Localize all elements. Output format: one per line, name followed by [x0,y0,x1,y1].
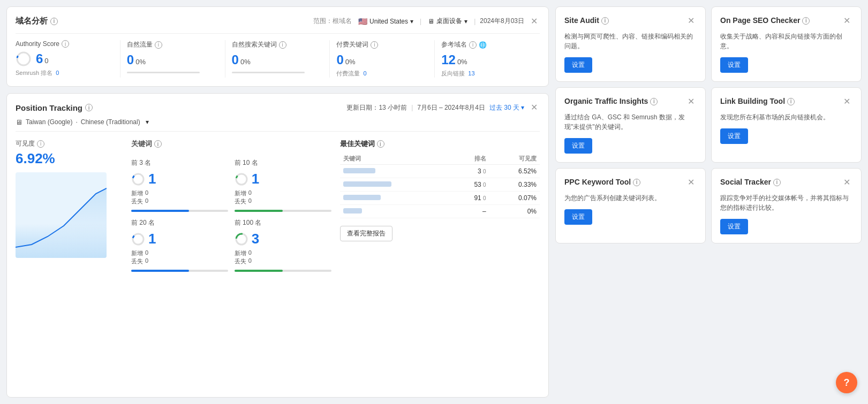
social-tracker-info-icon[interactable]: i [773,179,781,186]
link-building-title-row: Link Building Tool i ✕ [720,96,852,107]
right-panels: Site Audit i ✕ 检测与网页可爬性、内容、链接和编码相关的问题。 设… [555,6,862,398]
location-dropdown-btn[interactable]: ▾ [144,117,151,127]
separator: | [420,18,421,25]
range-label: 范围：根域名 [313,17,352,26]
visibility-label: 可见度 i [16,139,123,148]
monitor-icon: 🖥 [428,18,434,25]
organic-traffic-insights-setup-btn[interactable]: 设置 [564,138,592,154]
referring-domains-value: 120% [441,52,533,67]
svg-point-4 [236,174,247,185]
paid-keywords-label: 付费关键词 i [336,40,428,49]
best-keywords-info-icon[interactable]: i [377,140,384,148]
social-tracker-card: Social Tracker i ✕ 跟踪竞争对手的社交媒体帐号，并将其指标与您… [711,168,862,243]
organic-traffic-insights-info-icon[interactable]: i [650,98,658,105]
position-controls: 更新日期：13 小时前 | 7月6日 – 2024年8月4日 过去 30 天 ▾… [346,102,540,113]
paid-keywords-metric: 付费关键词 i 00% 付费流量 0 [330,40,435,78]
site-audit-title-text: Site Audit i [564,16,685,26]
table-row: 91 0 0.07% [340,192,540,205]
kw-group-top20: 前 20 名 1 新增0 丢失0 [131,218,228,272]
on-page-seo-setup-btn[interactable]: 设置 [720,57,748,73]
social-tracker-desc: 跟踪竞争对手的社交媒体帐号，并将其指标与您的指标进行比较。 [720,193,852,212]
position-tracking-info-icon[interactable]: i [85,104,93,111]
col-visibility-header: 可见度 [489,153,540,165]
visibility-value-cell: 6.52% [489,165,540,178]
organic-keywords-info-icon[interactable]: i [279,41,286,49]
ppc-keyword-info-icon[interactable]: i [633,179,640,186]
organic-traffic-info-icon[interactable]: i [155,41,162,49]
kw-top100-count: 3 [235,231,331,247]
position-tracking-title-text: Position Tracking [16,103,82,112]
link-building-setup-btn[interactable]: 设置 [720,128,748,144]
device-dropdown[interactable]: 🖥 桌面设备 ▾ [426,16,470,27]
period-label: 过去 30 天 [489,103,519,112]
svg-point-2 [133,174,144,185]
site-audit-title-row: Site Audit i ✕ [564,16,697,26]
visibility-info-icon[interactable]: i [37,140,44,148]
site-audit-info-icon[interactable]: i [601,17,609,25]
semrush-rank: Semrush 排名 0 [16,69,114,77]
visibility-value-cell: 0.33% [489,178,540,192]
social-tracker-title-text: Social Tracker i [720,177,841,188]
update-label: 更新日期：13 小时前 [346,103,407,112]
separator2: | [474,18,475,25]
domain-title-text: 域名分析 [16,16,48,26]
organic-keywords-value: 00% [232,52,323,67]
period-dropdown[interactable]: 过去 30 天 ▾ [489,103,524,112]
organic-keywords-metric: 自然搜索关键词 i 00% [225,40,330,78]
dot-separator: · [76,118,77,126]
kw-group-top3: 前 3 名 1 新增0 丢失0 [131,158,228,212]
domain-info-icon[interactable]: i [50,18,58,25]
on-page-seo-close-btn[interactable]: ✕ [841,16,852,26]
language-label: Chinese (Traditional) [81,118,140,126]
best-keywords-section: 最佳关键词 i 关键词 排名 可见度 [340,139,540,272]
referring-domains-info-icon[interactable]: i [469,41,477,49]
ppc-keyword-close-btn[interactable]: ✕ [685,177,697,188]
authority-circle-chart [16,51,32,67]
organic-traffic-metric: 自然流量 i 00% [120,40,225,78]
on-page-seo-title-row: On Page SEO Checker i ✕ [720,16,852,26]
social-tracker-title: Social Tracker [720,177,771,188]
ppc-keyword-title-text: PPC Keyword Tool i [564,177,685,188]
on-page-seo-info-icon[interactable]: i [802,17,810,25]
best-keywords-title: 最佳关键词 i [340,139,540,149]
view-report-btn[interactable]: 查看完整报告 [340,226,393,241]
organic-traffic-insights-close-btn[interactable]: ✕ [685,96,697,107]
site-audit-setup-btn[interactable]: 设置 [564,57,592,73]
kw-group-top100: 前 100 名 3 新增0 丢失0 [235,218,331,272]
link-building-close-btn[interactable]: ✕ [841,96,852,107]
keyword-blur [343,181,391,187]
social-tracker-close-btn[interactable]: ✕ [841,177,852,188]
device-label: 桌面设备 [436,17,462,26]
on-page-seo-desc: 收集关于战略、内容和反向链接等方面的创意。 [720,32,852,51]
monitor-icon2: 🖥 [16,118,22,126]
svg-point-0 [17,52,30,65]
paid-keywords-value: 00% [336,52,428,67]
site-audit-title: Site Audit [564,16,599,26]
paid-keywords-info-icon[interactable]: i [371,41,378,49]
ppc-keyword-setup-btn[interactable]: 设置 [564,209,592,225]
help-button[interactable]: ? [836,372,857,393]
table-row: 3 0 6.52% [340,165,540,178]
domain-close-btn[interactable]: ✕ [529,16,540,27]
kw-top10-count: 1 [235,171,331,187]
link-building-info-icon[interactable]: i [787,98,795,105]
authority-info-icon[interactable]: i [62,40,69,48]
link-building-title: Link Building Tool [720,96,785,107]
kw-top20-label: 前 20 名 [131,218,228,227]
keywords-info-icon[interactable]: i [154,140,162,148]
site-audit-close-btn[interactable]: ✕ [685,16,697,26]
rank-value: 53 [474,181,481,188]
chevron-down-icon2: ▾ [464,18,467,25]
country-label: United States [369,18,408,25]
backlinks-sub: 反向链接 13 [441,70,533,78]
kw-top10-bar [235,210,331,212]
organic-traffic-insights-card: Organic Traffic Insights i ✕ 通过结合 GA、GSC… [555,87,706,163]
organic-traffic-label: 自然流量 i [127,40,218,49]
svg-point-6 [133,234,144,245]
domain-analysis-card: 域名分析 i 范围：根域名 🇺🇸 United States ▾ | 🖥 桌面设… [6,6,549,87]
country-dropdown[interactable]: 🇺🇸 United States ▾ [356,16,416,27]
domain-title: 域名分析 i [16,16,58,26]
social-tracker-setup-btn[interactable]: 设置 [720,219,748,234]
position-tracking-close-btn[interactable]: ✕ [529,102,540,113]
location-chevron: ▾ [146,118,149,126]
